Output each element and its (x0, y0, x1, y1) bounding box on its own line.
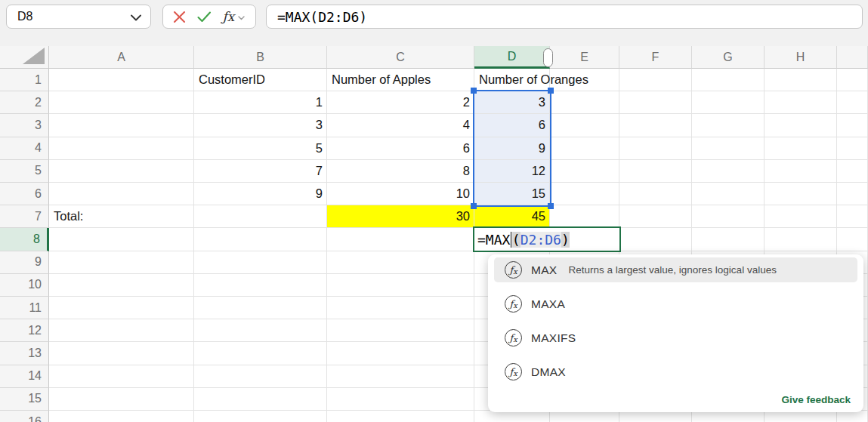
selection-handle-tl[interactable] (471, 88, 477, 94)
selection-handle-tr[interactable] (548, 88, 554, 94)
cell-F3[interactable] (619, 114, 692, 137)
row-header-6[interactable]: 6 (0, 183, 49, 205)
cell-C6[interactable]: 10 (327, 183, 474, 205)
cell-E2[interactable] (550, 91, 619, 114)
cell-B10[interactable] (194, 274, 327, 297)
cell-G5[interactable] (692, 160, 765, 183)
cell-G2[interactable] (692, 91, 765, 114)
column-header-A[interactable]: A (49, 46, 194, 69)
cell-partial-r4[interactable] (837, 137, 868, 160)
cell-B3[interactable]: 3 (194, 114, 327, 137)
row-header-4[interactable]: 4 (0, 137, 49, 160)
cell-A2[interactable] (49, 91, 194, 114)
column-header-E[interactable]: E (550, 46, 619, 69)
cell-C5[interactable]: 8 (327, 160, 474, 183)
cell-partial-r8[interactable] (837, 228, 868, 251)
cell-C4[interactable]: 6 (327, 137, 474, 160)
column-header-D[interactable]: D (474, 46, 550, 69)
row-header-11[interactable]: 11 (0, 297, 49, 319)
cell-F7[interactable] (619, 205, 692, 228)
cell-B2[interactable]: 1 (194, 91, 327, 114)
cell-A7[interactable]: Total: (49, 205, 194, 228)
autocomplete-item-dmax[interactable]: ƒxDMAX (494, 359, 857, 384)
cell-B6[interactable]: 9 (194, 183, 327, 205)
cell-B15[interactable] (194, 388, 327, 411)
selection-handle-br[interactable] (548, 203, 554, 209)
cell-B8[interactable] (194, 228, 327, 251)
row-header-5[interactable]: 5 (0, 160, 49, 183)
row-header-15[interactable]: 15 (0, 388, 49, 411)
cell-F8[interactable] (619, 228, 692, 251)
cell-B1[interactable]: CustomerID (194, 69, 327, 91)
cell-C8[interactable] (327, 228, 474, 251)
cell-G16[interactable] (692, 411, 765, 422)
cell-H8[interactable] (765, 228, 837, 251)
cell-G7[interactable] (692, 205, 765, 228)
cell-H1[interactable] (765, 69, 837, 91)
cell-E6[interactable] (550, 183, 619, 205)
cell-C15[interactable] (327, 388, 474, 411)
cell-D2[interactable]: 3 (474, 91, 550, 114)
cell-C16[interactable] (327, 411, 474, 422)
row-header-1[interactable]: 1 (0, 69, 49, 91)
cell-F1[interactable] (619, 69, 692, 91)
autocomplete-item-max[interactable]: ƒxMAXReturns a largest value, ignores lo… (494, 257, 857, 282)
column-header-H[interactable]: H (765, 46, 837, 69)
cell-C13[interactable] (327, 342, 474, 365)
cell-D4[interactable]: 9 (474, 137, 550, 160)
cell-B16[interactable] (194, 411, 327, 422)
cell-H2[interactable] (765, 91, 837, 114)
cell-E3[interactable] (550, 114, 619, 137)
cell-B14[interactable] (194, 365, 327, 388)
cell-G8[interactable] (692, 228, 765, 251)
cell-D7[interactable]: 45 (474, 205, 550, 228)
cell-A16[interactable] (49, 411, 194, 422)
cell-D1[interactable]: Number of Oranges (474, 69, 550, 91)
cell-partial-r1[interactable] (837, 69, 868, 91)
cell-H7[interactable] (765, 205, 837, 228)
cell-partial-r16[interactable] (837, 411, 868, 422)
cell-A9[interactable] (49, 251, 194, 274)
cell-A5[interactable] (49, 160, 194, 183)
cell-C10[interactable] (327, 274, 474, 297)
column-header-F[interactable]: F (619, 46, 692, 69)
cell-B9[interactable] (194, 251, 327, 274)
cell-A8[interactable] (49, 228, 194, 251)
cell-partial-r5[interactable] (837, 160, 868, 183)
cell-F5[interactable] (619, 160, 692, 183)
cell-C14[interactable] (327, 365, 474, 388)
row-header-7[interactable]: 7 (0, 205, 49, 228)
cell-A15[interactable] (49, 388, 194, 411)
cell-B13[interactable] (194, 342, 327, 365)
column-header-partial[interactable] (837, 46, 868, 69)
cell-E7[interactable] (550, 205, 619, 228)
cell-partial-r2[interactable] (837, 91, 868, 114)
row-header-12[interactable]: 12 (0, 319, 49, 342)
cell-A14[interactable] (49, 365, 194, 388)
row-header-9[interactable]: 9 (0, 251, 49, 274)
cell-C12[interactable] (327, 319, 474, 342)
cell-E4[interactable] (550, 137, 619, 160)
row-header-14[interactable]: 14 (0, 365, 49, 388)
cell-H3[interactable] (765, 114, 837, 137)
cell-partial-r3[interactable] (837, 114, 868, 137)
cell-A1[interactable] (49, 69, 194, 91)
row-header-3[interactable]: 3 (0, 114, 49, 137)
cell-D3[interactable]: 6 (474, 114, 550, 137)
cell-A4[interactable] (49, 137, 194, 160)
cell-A6[interactable] (49, 183, 194, 205)
cell-A13[interactable] (49, 342, 194, 365)
cell-E5[interactable] (550, 160, 619, 183)
column-resize-handle[interactable] (543, 48, 553, 67)
cell-F2[interactable] (619, 91, 692, 114)
cell-A3[interactable] (49, 114, 194, 137)
cell-F4[interactable] (619, 137, 692, 160)
cell-partial-r6[interactable] (837, 183, 868, 205)
row-header-10[interactable]: 10 (0, 274, 49, 297)
autocomplete-item-maxifs[interactable]: ƒxMAXIFS (494, 325, 857, 350)
cell-F6[interactable] (619, 183, 692, 205)
column-header-C[interactable]: C (327, 46, 474, 69)
cell-C3[interactable]: 4 (327, 114, 474, 137)
cell-G1[interactable] (692, 69, 765, 91)
cell-A12[interactable] (49, 319, 194, 342)
